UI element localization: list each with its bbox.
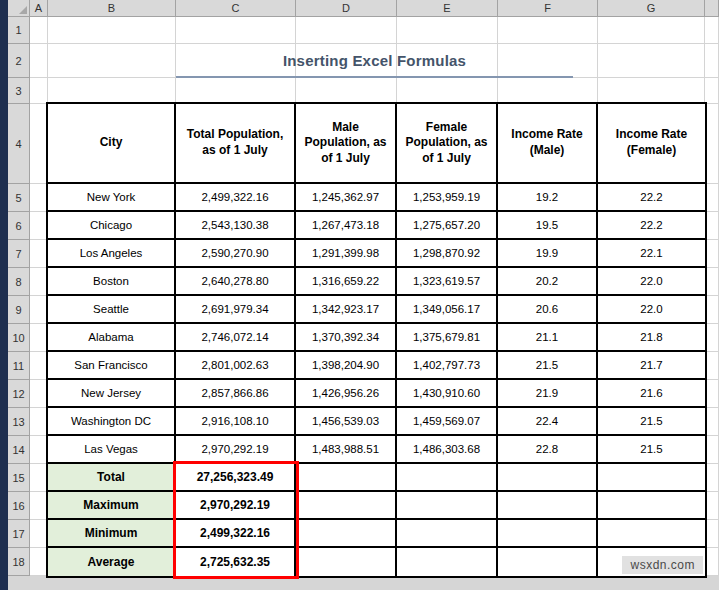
row-header-11[interactable]: 11 (8, 352, 30, 380)
cell-G6[interactable]: 22.2 (598, 212, 705, 240)
cell-D17[interactable] (296, 520, 397, 548)
cell-E7[interactable]: 1,298,870.92 (397, 240, 498, 268)
cell-F13[interactable]: 22.4 (498, 408, 598, 436)
cell-D7[interactable]: 1,291,399.98 (296, 240, 397, 268)
cell-E15[interactable] (397, 464, 498, 492)
cell-partial-6[interactable] (705, 212, 719, 240)
column-header-B[interactable]: B (48, 0, 176, 17)
cell-B15[interactable]: Total (48, 464, 176, 492)
cell-C8[interactable]: 2,640,278.80 (176, 268, 296, 296)
cell-G14[interactable]: 21.5 (598, 436, 705, 464)
cell-G3[interactable] (598, 78, 705, 104)
cell-E8[interactable]: 1,323,619.57 (397, 268, 498, 296)
cell-B17[interactable]: Minimum (48, 520, 176, 548)
cell-partial-2[interactable] (705, 44, 719, 78)
cell-G5[interactable]: 22.2 (598, 184, 705, 212)
cell-E6[interactable]: 1,275,657.20 (397, 212, 498, 240)
row-header-4[interactable]: 4 (8, 104, 30, 184)
cell-G11[interactable]: 21.7 (598, 352, 705, 380)
cell-F8[interactable]: 20.2 (498, 268, 598, 296)
cell-G2[interactable] (598, 44, 705, 78)
cell-E1[interactable] (397, 17, 498, 44)
cell-partial-10[interactable] (705, 324, 719, 352)
cell-partial-7[interactable] (705, 240, 719, 268)
select-all-corner[interactable] (8, 0, 30, 17)
cell-B7[interactable]: Los Angeles (48, 240, 176, 268)
cell-G4[interactable]: Income Rate (Female) (598, 104, 705, 184)
cell-D4[interactable]: Male Population, as of 1 July (296, 104, 397, 184)
row-header-5[interactable]: 5 (8, 184, 30, 212)
cell-G16[interactable] (598, 492, 705, 520)
cell-partial-13[interactable] (705, 408, 719, 436)
row-header-8[interactable]: 8 (8, 268, 30, 296)
cell-G13[interactable]: 21.5 (598, 408, 705, 436)
cell-D10[interactable]: 1,370,392.34 (296, 324, 397, 352)
cell-C18[interactable]: 2,725,632.35 (176, 548, 296, 576)
cell-B4[interactable]: City (48, 104, 176, 184)
cell-D14[interactable]: 1,483,988.51 (296, 436, 397, 464)
cell-F4[interactable]: Income Rate (Male) (498, 104, 598, 184)
cell-C5[interactable]: 2,499,322.16 (176, 184, 296, 212)
cell-F17[interactable] (498, 520, 598, 548)
cell-D15[interactable] (296, 464, 397, 492)
cell-E3[interactable] (397, 78, 498, 104)
cell-partial-16[interactable] (705, 492, 719, 520)
cell-C4[interactable]: Total Population, as of 1 July (176, 104, 296, 184)
cell-F16[interactable] (498, 492, 598, 520)
cell-C15[interactable]: 27,256,323.49 (176, 464, 296, 492)
row-header-12[interactable]: 12 (8, 380, 30, 408)
cell-partial-11[interactable] (705, 352, 719, 380)
cell-G17[interactable] (598, 520, 705, 548)
cell-D3[interactable] (296, 78, 397, 104)
cell-B16[interactable]: Maximum (48, 492, 176, 520)
cell-A3[interactable] (30, 78, 48, 104)
cell-E12[interactable]: 1,430,910.60 (397, 380, 498, 408)
cell-E5[interactable]: 1,253,959.19 (397, 184, 498, 212)
cell-C9[interactable]: 2,691,979.34 (176, 296, 296, 324)
cell-D11[interactable]: 1,398,204.90 (296, 352, 397, 380)
row-header-18[interactable]: 18 (8, 548, 30, 576)
cell-partial-15[interactable] (705, 464, 719, 492)
cell-G8[interactable]: 22.0 (598, 268, 705, 296)
row-header-14[interactable]: 14 (8, 436, 30, 464)
cell-D6[interactable]: 1,267,473.18 (296, 212, 397, 240)
cell-C1[interactable] (176, 17, 296, 44)
cell-B13[interactable]: Washington DC (48, 408, 176, 436)
cell-F10[interactable]: 21.1 (498, 324, 598, 352)
row-header-10[interactable]: 10 (8, 324, 30, 352)
cell-E9[interactable]: 1,349,056.17 (397, 296, 498, 324)
row-header-9[interactable]: 9 (8, 296, 30, 324)
cell-C7[interactable]: 2,590,270.90 (176, 240, 296, 268)
cell-F15[interactable] (498, 464, 598, 492)
sheet-title[interactable]: Inserting Excel Formulas (176, 44, 573, 78)
cell-B6[interactable]: Chicago (48, 212, 176, 240)
cell-F1[interactable] (498, 17, 598, 44)
cell-G9[interactable]: 22.0 (598, 296, 705, 324)
cell-F11[interactable]: 21.5 (498, 352, 598, 380)
cell-B11[interactable]: San Francisco (48, 352, 176, 380)
cell-D18[interactable] (296, 548, 397, 576)
row-header-6[interactable]: 6 (8, 212, 30, 240)
cell-F12[interactable]: 21.9 (498, 380, 598, 408)
cell-C3[interactable] (176, 78, 296, 104)
cell-C17[interactable]: 2,499,322.16 (176, 520, 296, 548)
cell-A2[interactable] (30, 44, 48, 78)
cell-E11[interactable]: 1,402,797.73 (397, 352, 498, 380)
cell-B12[interactable]: New Jersey (48, 380, 176, 408)
cell-F9[interactable]: 20.6 (498, 296, 598, 324)
cell-D12[interactable]: 1,426,956.26 (296, 380, 397, 408)
cell-E17[interactable] (397, 520, 498, 548)
cell-E16[interactable] (397, 492, 498, 520)
cell-F6[interactable]: 19.5 (498, 212, 598, 240)
cell-partial-14[interactable] (705, 436, 719, 464)
cell-partial-8[interactable] (705, 268, 719, 296)
cell-D1[interactable] (296, 17, 397, 44)
cell-C14[interactable]: 2,970,292.19 (176, 436, 296, 464)
cell-F14[interactable]: 22.8 (498, 436, 598, 464)
cell-D5[interactable]: 1,245,362.97 (296, 184, 397, 212)
row-header-16[interactable]: 16 (8, 492, 30, 520)
cell-G15[interactable] (598, 464, 705, 492)
cell-C6[interactable]: 2,543,130.38 (176, 212, 296, 240)
cell-partial-3[interactable] (705, 78, 719, 104)
column-header-E[interactable]: E (397, 0, 498, 17)
